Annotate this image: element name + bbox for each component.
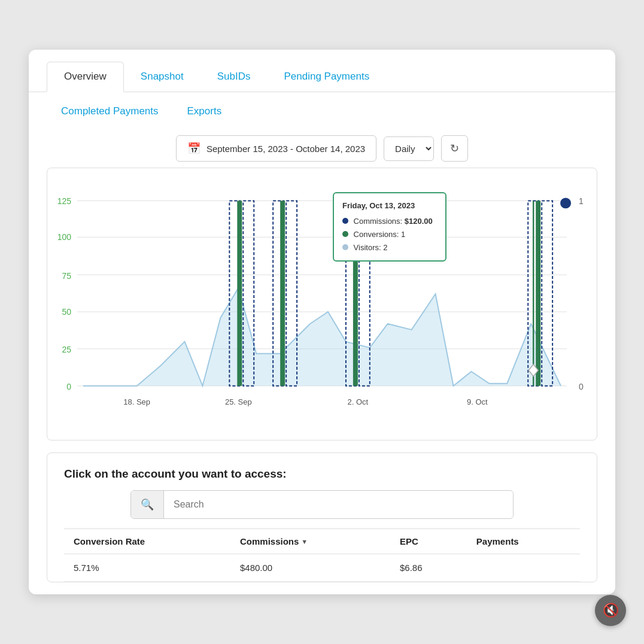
th-epc: EPC — [390, 529, 467, 554]
svg-text:0: 0 — [579, 382, 584, 391]
td-payments — [467, 554, 580, 582]
table-row[interactable]: 5.71% $480.00 $6.86 — [64, 554, 580, 582]
svg-text:2. Oct: 2. Oct — [348, 397, 369, 406]
tab-completed-payments[interactable]: Completed Payments — [47, 99, 173, 123]
chart-container: 125 100 75 50 25 0 1 0 — [47, 168, 597, 441]
svg-text:100: 100 — [57, 232, 72, 242]
chart-svg: 125 100 75 50 25 0 1 0 — [53, 180, 591, 432]
td-commissions: $480.00 — [230, 554, 390, 582]
td-conversion-rate: 5.71% — [64, 554, 230, 582]
svg-rect-25 — [536, 201, 540, 385]
th-payments: Payments — [467, 529, 580, 554]
tab-overview[interactable]: Overview — [47, 62, 124, 92]
svg-rect-24 — [353, 201, 358, 385]
svg-text:9. Oct: 9. Oct — [467, 397, 488, 406]
chart-area: 125 100 75 50 25 0 1 0 — [53, 180, 591, 434]
svg-text:25. Sep: 25. Sep — [225, 397, 252, 406]
td-epc: $6.86 — [390, 554, 467, 582]
sort-arrow-icon: ▼ — [301, 538, 308, 545]
th-commissions[interactable]: Commissions ▼ — [230, 529, 390, 554]
tab-pending-payments[interactable]: Pending Payments — [267, 62, 386, 92]
search-row: 🔍 — [130, 490, 514, 519]
search-input[interactable] — [164, 492, 513, 517]
page-container: Overview Snapshot SubIDs Pending Payment… — [29, 50, 615, 594]
svg-text:0: 0 — [66, 382, 71, 391]
data-table: Conversion Rate Commissions ▼ EPC Paymen… — [64, 528, 580, 582]
svg-text:1: 1 — [579, 196, 584, 206]
tabs-row-2: Completed Payments Exports — [29, 92, 615, 123]
table-header-row: Conversion Rate Commissions ▼ EPC Paymen… — [64, 529, 580, 554]
search-icon: 🔍 — [131, 491, 164, 518]
section2: Click on the account you want to access:… — [47, 452, 597, 582]
section2-title: Click on the account you want to access: — [64, 467, 580, 481]
svg-rect-22 — [237, 201, 242, 385]
svg-text:18. Sep: 18. Sep — [123, 397, 150, 406]
svg-point-27 — [560, 198, 571, 208]
svg-text:25: 25 — [62, 345, 71, 354]
tab-exports[interactable]: Exports — [173, 99, 236, 123]
interval-select[interactable]: Daily — [384, 136, 434, 161]
mute-button[interactable]: 🔇 — [595, 595, 626, 626]
commissions-sort[interactable]: Commissions ▼ — [240, 536, 308, 546]
calendar-icon: 📅 — [187, 142, 201, 155]
tabs-row-1: Overview Snapshot SubIDs Pending Payment… — [29, 50, 615, 92]
tab-subids[interactable]: SubIDs — [201, 62, 268, 92]
date-range-button[interactable]: 📅 September 15, 2023 - October 14, 2023 — [176, 135, 376, 162]
svg-text:50: 50 — [62, 307, 71, 317]
commissions-header-label: Commissions — [240, 536, 299, 546]
tab-snapshot[interactable]: Snapshot — [124, 62, 201, 92]
svg-rect-23 — [280, 201, 285, 385]
refresh-button[interactable]: ↻ — [441, 135, 468, 162]
date-controls: 📅 September 15, 2023 - October 14, 2023 … — [29, 123, 615, 168]
th-conversion-rate: Conversion Rate — [64, 529, 230, 554]
svg-text:125: 125 — [57, 196, 72, 206]
date-range-label: September 15, 2023 - October 14, 2023 — [206, 144, 365, 154]
svg-text:75: 75 — [62, 271, 71, 281]
